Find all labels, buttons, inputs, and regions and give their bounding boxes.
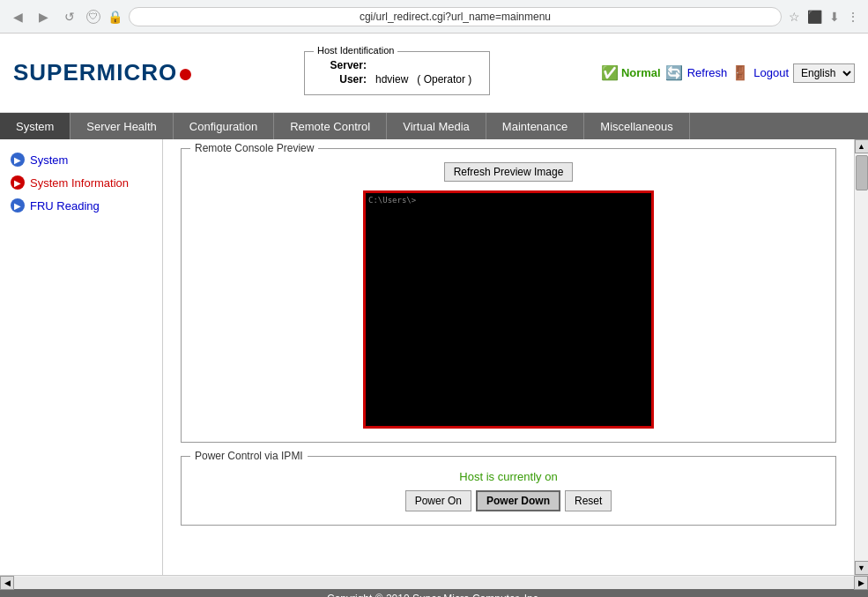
remote-console-panel: Remote Console Preview Refresh Preview I… — [181, 148, 836, 443]
refresh-link[interactable]: Refresh — [687, 66, 728, 79]
sidebar-item-sysinfo-label: System Information — [30, 176, 129, 190]
sidebar-arrow-system-icon: ▶ — [11, 153, 25, 167]
status-ok-icon: ✅ — [601, 64, 619, 81]
browser-chrome: ◀ ▶ ↺ 🛡 🔒 ☆ ⬛ ⬇ ⋮ — [0, 0, 868, 34]
server-label: Server: — [323, 59, 367, 71]
power-down-button[interactable]: Power Down — [476, 490, 560, 511]
host-id-legend: Host Identification — [314, 45, 397, 56]
content-area: Remote Console Preview Refresh Preview I… — [163, 139, 854, 575]
lock-icon: 🔒 — [108, 10, 122, 24]
power-on-button[interactable]: Power On — [405, 490, 471, 511]
power-control-panel: Power Control via IPMI Host is currently… — [181, 456, 836, 526]
scroll-thumb[interactable] — [856, 155, 868, 190]
console-text: C:\Users\> — [368, 196, 416, 205]
nav-item-server-health[interactable]: Server Health — [70, 113, 173, 139]
server-row: Server: — [323, 59, 471, 71]
browser-icons: ☆ ⬛ ⬇ ⋮ — [789, 10, 859, 24]
power-status: Host is currently on — [195, 470, 822, 483]
user-label: User: — [323, 73, 367, 86]
hscroll-left-arrow[interactable]: ◀ — [0, 576, 14, 590]
language-select[interactable]: English — [793, 63, 855, 83]
address-bar[interactable] — [129, 7, 782, 26]
power-control-legend: Power Control via IPMI — [190, 450, 308, 462]
normal-status: ✅ Normal — [601, 64, 661, 81]
sidebar-arrow-fru-icon: ▶ — [11, 198, 25, 213]
star-icon[interactable]: ☆ — [789, 10, 800, 24]
sidebar-item-fru-reading[interactable]: ▶ FRU Reading — [0, 194, 162, 217]
sidebar-item-system-information[interactable]: ▶ System Information — [0, 171, 162, 194]
sidebar-item-fru-label: FRU Reading — [30, 199, 100, 213]
console-preview: C:\Users\> — [363, 190, 654, 429]
copyright-text: Copyright © 2010 Super Micro Computer, I… — [327, 593, 541, 597]
hscroll-track — [14, 577, 854, 589]
normal-label: Normal — [621, 66, 661, 79]
main-layout: ▶ System ▶ System Information ▶ FRU Read… — [0, 139, 868, 575]
scroll-up-arrow[interactable]: ▲ — [855, 139, 869, 153]
footer: Copyright © 2010 Super Micro Computer, I… — [0, 589, 868, 597]
scroll-down-arrow[interactable]: ▼ — [855, 561, 869, 575]
sidebar-item-system[interactable]: ▶ System — [0, 148, 162, 171]
nav-item-remote-control[interactable]: Remote Control — [274, 113, 387, 139]
navbar: System Server Health Configuration Remot… — [0, 113, 868, 139]
extensions-icon[interactable]: ⬛ — [807, 10, 822, 24]
sidebar-item-system-label: System — [30, 153, 68, 167]
logout-icon: 🚪 — [731, 64, 749, 81]
user-value: hdview — [375, 73, 408, 86]
user-row: User: hdview ( Operator ) — [323, 73, 471, 86]
vertical-scrollbar[interactable]: ▲ ▼ — [854, 139, 868, 575]
menu-icon[interactable]: ⋮ — [847, 10, 859, 24]
nav-item-system[interactable]: System — [0, 113, 70, 139]
reload-button[interactable]: ↺ — [60, 8, 79, 26]
logo-dot: ● — [177, 58, 193, 88]
download-icon[interactable]: ⬇ — [829, 10, 840, 24]
logo-text: SUPERMICRO — [13, 59, 177, 86]
header-actions: ✅ Normal 🔄 Refresh 🚪 Logout English — [601, 63, 855, 83]
nav-item-virtual-media[interactable]: Virtual Media — [387, 113, 486, 139]
power-buttons: Power On Power Down Reset — [195, 490, 822, 511]
reset-button[interactable]: Reset — [565, 490, 612, 511]
nav-item-maintenance[interactable]: Maintenance — [486, 113, 584, 139]
forward-button[interactable]: ▶ — [34, 8, 53, 26]
nav-item-miscellaneous[interactable]: Miscellaneous — [584, 113, 689, 139]
refresh-icon: 🔄 — [665, 64, 683, 81]
header: SUPERMICRO● Host Identification Server: … — [0, 34, 868, 113]
logout-link[interactable]: Logout — [753, 66, 789, 79]
nav-item-configuration[interactable]: Configuration — [174, 113, 274, 139]
shield-icon: 🛡 — [86, 10, 100, 24]
host-identification: Host Identification Server: User: hdview… — [304, 51, 490, 95]
horizontal-scrollbar: ◀ ▶ — [0, 575, 868, 589]
sidebar: ▶ System ▶ System Information ▶ FRU Read… — [0, 139, 163, 575]
refresh-preview-button[interactable]: Refresh Preview Image — [444, 162, 574, 182]
user-role: ( Operator ) — [417, 73, 471, 86]
logo-container: SUPERMICRO● — [13, 58, 193, 88]
sidebar-arrow-sysinfo-icon: ▶ — [11, 175, 25, 190]
back-button[interactable]: ◀ — [9, 8, 27, 26]
hscroll-right-arrow[interactable]: ▶ — [854, 576, 868, 590]
remote-console-legend: Remote Console Preview — [190, 142, 318, 154]
